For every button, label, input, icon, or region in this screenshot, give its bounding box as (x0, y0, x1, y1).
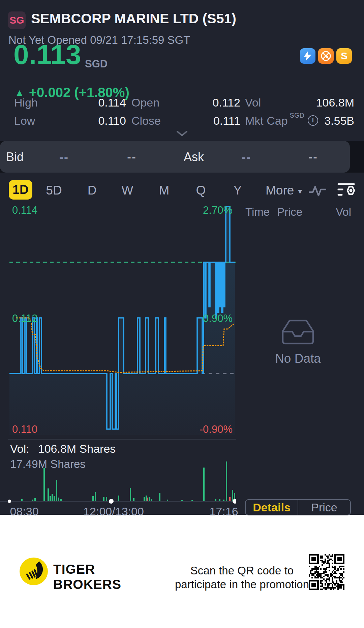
bid-qty: -- (59, 150, 69, 164)
volume-value: 106.8M Shares (38, 442, 116, 455)
crossed-arrows-icon (321, 51, 331, 61)
volume-label: Vol: (10, 442, 29, 455)
info-icon[interactable]: i (308, 115, 318, 126)
y-label-mid: 0.112 (12, 312, 37, 325)
pulse-line-icon (309, 184, 326, 198)
y-label-high-pct: 2.70% (203, 204, 233, 216)
y-label-mid-pct: 0.90% (203, 312, 233, 325)
price-area-fill (9, 207, 235, 435)
section-divider (8, 439, 236, 440)
details-price-toggle: Details Price (245, 499, 351, 515)
stat-open: Open 0.112 (131, 96, 240, 109)
tab-d[interactable]: D (88, 183, 97, 198)
indicator-settings-button[interactable] (337, 182, 356, 200)
ask-label: Ask (184, 150, 204, 164)
last-price: 0.113 (13, 40, 81, 69)
market-badge: SG (8, 11, 26, 29)
qr-code (309, 554, 344, 590)
bid-price: -- (127, 150, 136, 164)
tiger-brokers-logo (19, 557, 49, 587)
trading-app-panel: SG SEMBCORP MARINE LTD (S51) Not Yet Ope… (0, 0, 364, 515)
volume-total: Vol: 106.8M Shares (10, 442, 116, 455)
tab-more[interactable]: More ▼ (266, 183, 303, 198)
lightning-icon (303, 51, 313, 61)
stat-close: Close 0.111 (131, 114, 240, 127)
col-header-price: Price (277, 206, 302, 218)
expand-quote-chevron[interactable] (177, 131, 187, 138)
bid-ask-bar[interactable]: Bid -- -- Ask -- -- (0, 141, 350, 173)
x-label-open: 08:30 (10, 505, 38, 518)
no-data-text: No Data (275, 352, 321, 366)
trade-shortcut-icon[interactable] (318, 48, 334, 64)
y-label-low-pct: -0.90% (200, 423, 233, 436)
ask-price: -- (308, 150, 318, 164)
tab-y[interactable]: Y (234, 183, 242, 198)
app-screen: SG SEMBCORP MARINE LTD (S51) Not Yet Ope… (0, 0, 364, 628)
tab-m[interactable]: M (159, 183, 170, 198)
no-data-icon (279, 318, 316, 348)
mktcap-currency-sup: SGD (290, 112, 304, 119)
page-title: SEMBCORP MARINE LTD (S51) (31, 11, 236, 27)
rewards-shortcut-icon[interactable]: S (336, 48, 352, 64)
flash-order-icon[interactable] (300, 48, 315, 64)
dollar-icon: S (341, 50, 347, 62)
brand-name: TIGER BROKERS (53, 562, 121, 592)
x-label-mid: 12:00/13:00 (83, 505, 144, 518)
indicator-settings-icon (337, 182, 356, 198)
chevron-down-icon (177, 131, 187, 137)
col-header-time: Time (245, 206, 270, 218)
price-button[interactable]: Price (298, 500, 350, 515)
stat-mktcap: Mkt Cap SGD i 3.55B (245, 114, 354, 127)
col-header-vol: Vol (336, 206, 351, 218)
bid-ask-row: Bid -- -- Ask -- -- (0, 141, 364, 173)
mktcap-label: Mkt Cap (245, 114, 288, 127)
tab-w[interactable]: W (122, 183, 133, 198)
stat-vol: Vol 106.8M (245, 96, 354, 109)
promo-text: Scan the QR code to participate in the p… (175, 564, 309, 591)
line-chart-type-button[interactable] (309, 184, 326, 199)
stat-low: Low 0.110 (14, 114, 126, 127)
tab-q[interactable]: Q (196, 183, 206, 198)
volume-chart (0, 459, 236, 504)
details-button[interactable]: Details (246, 500, 298, 515)
currency-label: SGD (85, 58, 108, 70)
tab-1d[interactable]: 1D (9, 180, 32, 200)
tab-5d[interactable]: 5D (46, 183, 62, 198)
bid-label: Bid (6, 150, 24, 164)
x-label-close: 17:16 (209, 505, 238, 518)
y-label-low: 0.110 (12, 423, 37, 436)
y-label-high: 0.114 (12, 204, 37, 216)
stat-high: High 0.114 (14, 96, 126, 109)
ask-qty: -- (242, 150, 251, 164)
dropdown-arrow-icon: ▼ (297, 188, 303, 196)
